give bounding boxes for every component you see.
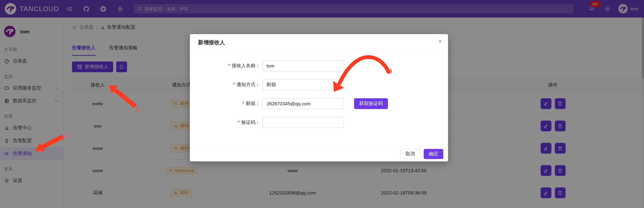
modal-footer: 取消 确定 [190,146,448,161]
name-field-label: 接收人名称： [232,63,260,68]
email-field-label: 邮箱： [246,101,260,106]
form-row-verify-code: *验证码： [190,117,448,128]
close-icon[interactable]: × [438,38,442,44]
modal-title: 新增接收人 [198,39,225,45]
required-mark: * [228,63,230,68]
notice-type-field-label: 通知方式： [236,82,260,87]
notice-type-value: 邮箱 [266,82,276,88]
ok-button[interactable]: 确定 [424,149,443,159]
email-input[interactable] [262,98,344,109]
cancel-button[interactable]: 取消 [400,149,420,159]
receiver-name-input[interactable] [262,60,344,71]
field-label: *邮箱： [190,101,260,107]
required-mark: * [233,82,235,87]
chevron-down-icon [336,83,340,87]
form-row-email: *邮箱： 获取验证码 [190,98,448,109]
required-mark: * [242,101,245,106]
app-window: TANCLOUD [0,0,644,208]
field-label: *验证码： [190,120,260,126]
verify-code-field-label: 验证码： [241,120,260,125]
verify-code-input[interactable] [262,117,344,128]
modal-body: *接收人名称： *通知方式： 邮箱 *邮箱： 获取验证码 *验证码： [190,52,448,128]
notice-type-select[interactable]: 邮箱 [262,79,344,90]
modal-header: 新增接收人 × [190,34,448,52]
required-mark: * [238,120,240,125]
get-verify-code-button[interactable]: 获取验证码 [354,98,388,109]
form-row-notice-type: *通知方式： 邮箱 [190,79,448,90]
form-row-name: *接收人名称： [190,60,448,71]
field-label: *通知方式： [190,82,260,88]
field-label: *接收人名称： [190,63,260,69]
add-receiver-modal: 新增接收人 × *接收人名称： *通知方式： 邮箱 *邮箱： 获取验证码 * [190,34,448,161]
